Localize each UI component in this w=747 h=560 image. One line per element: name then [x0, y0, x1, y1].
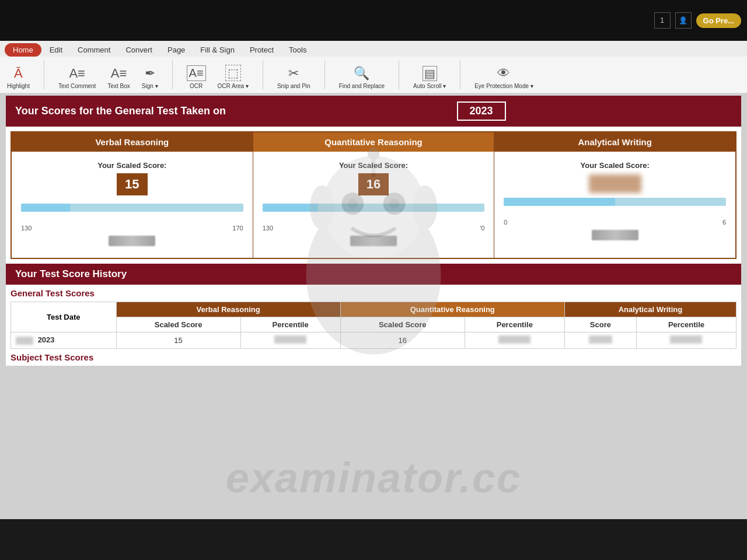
- toolbar-icons: Ā Highlight A≡ Text Comment A≡ Text Box …: [0, 57, 747, 93]
- verbal-body: Your Scaled Score: 15 130 170: [12, 152, 253, 251]
- verbal-bar-labels: 130 170: [21, 225, 243, 232]
- divider-1: [44, 60, 44, 89]
- writing-group-header: Analytical Writing: [564, 302, 736, 317]
- text-box-tool[interactable]: A≡ Text Box: [107, 66, 130, 89]
- tab-convert[interactable]: Convert: [118, 43, 159, 57]
- quant-scaled-label: Your Scaled Score:: [263, 161, 485, 170]
- tab-edit[interactable]: Edit: [43, 43, 69, 57]
- tab-protect[interactable]: Protect: [243, 43, 281, 57]
- verbal-scaled-cell: 15: [116, 332, 240, 348]
- auto-scroll-label: Auto Scroll ▾: [413, 83, 446, 89]
- text-comment-tool[interactable]: A≡ Text Comment: [58, 66, 96, 89]
- quant-bar-bg: [263, 204, 485, 212]
- watermark-text: examinator.cc: [0, 454, 747, 502]
- sign-tool[interactable]: ✒ Sign ▾: [142, 66, 158, 89]
- scores-grid: Verbal Reasoning Your Scaled Score: 15 1…: [11, 131, 736, 259]
- quant-scaled-cell: 16: [340, 332, 465, 348]
- sign-icon: ✒: [145, 66, 155, 81]
- writing-score-cell: [564, 332, 636, 348]
- snip-pin-icon: ✂: [288, 66, 299, 81]
- tab-comment[interactable]: Comment: [71, 43, 117, 57]
- highlight-tool[interactable]: Ā Highlight: [7, 66, 30, 89]
- top-bar-icons: 1 👤 Go Pre...: [654, 12, 741, 29]
- writing-header: Analytical Writing: [494, 132, 735, 152]
- writing-bar-bg: [504, 198, 726, 206]
- go-premium-button[interactable]: Go Pre...: [696, 13, 741, 28]
- test-date-cell: 2023: [11, 332, 117, 348]
- quant-score-value: 16: [358, 173, 389, 195]
- verbal-pct-subheader: Percentile: [240, 317, 340, 332]
- verbal-group-header: Verbal Reasoning: [116, 302, 340, 317]
- text-comment-label: Text Comment: [58, 83, 96, 89]
- quant-blurred-detail: [263, 235, 485, 246]
- highlight-label: Highlight: [7, 83, 30, 89]
- verbal-detail-blur: [109, 236, 155, 246]
- verbal-bar-fill: [21, 204, 70, 212]
- writing-detail-blur: [592, 230, 638, 240]
- divider-2: [172, 60, 173, 89]
- analytical-writing-section: Analytical Writing Your Scaled Score: 0 …: [494, 132, 735, 258]
- verbal-score-value: 15: [117, 173, 147, 195]
- writing-bar-fill: [504, 198, 615, 206]
- writing-body: Your Scaled Score: 0 6: [494, 152, 735, 245]
- find-replace-label: Find and Replace: [339, 83, 385, 89]
- quant-bar-area: [263, 204, 485, 220]
- ocr-area-tool[interactable]: ⬚ OCR Area ▾: [218, 65, 249, 89]
- score-header-text: Your Scores for the General Test Taken o…: [15, 105, 226, 117]
- history-table: Test Date Verbal Reasoning Quantitative …: [11, 302, 736, 349]
- quant-bar-fill: [263, 204, 318, 212]
- ocr-icon: A≡: [187, 65, 206, 81]
- tab-tools[interactable]: Tools: [282, 43, 313, 57]
- history-section-header: Your Test Score History: [6, 264, 741, 285]
- verbal-bar-bg: [21, 204, 243, 212]
- quant-reasoning-section: Quantitative Reasoning Your Scaled Score…: [253, 132, 495, 258]
- quant-detail-blur: [350, 236, 397, 246]
- snip-pin-label: Snip and Pin: [277, 83, 310, 89]
- eye-protection-label: Eye Protection Mode ▾: [474, 83, 533, 89]
- auto-scroll-icon: ▤: [423, 66, 437, 81]
- divider-3: [263, 60, 263, 89]
- verbal-pct-cell: [240, 332, 340, 348]
- quant-pct-cell: [465, 332, 564, 348]
- quant-body: Your Scaled Score: 16 130 '0: [253, 152, 494, 251]
- writing-pct-cell: [636, 332, 736, 348]
- writing-score-blurred: [589, 174, 641, 193]
- ocr-tool[interactable]: A≡ OCR: [187, 65, 206, 89]
- table-row: 2023 15 16: [11, 332, 736, 348]
- find-replace-tool[interactable]: 🔍 Find and Replace: [339, 66, 385, 89]
- verbal-reasoning-section: Verbal Reasoning Your Scaled Score: 15 1…: [12, 132, 253, 258]
- snip-pin-tool[interactable]: ✂ Snip and Pin: [277, 66, 310, 89]
- eye-protection-tool[interactable]: 👁 Eye Protection Mode ▾: [474, 66, 533, 89]
- quant-bar-labels: 130 '0: [263, 225, 485, 232]
- highlight-icon: Ā: [14, 66, 23, 81]
- divider-4: [324, 60, 325, 89]
- eye-protection-icon: 👁: [497, 66, 510, 81]
- auto-scroll-tool[interactable]: ▤ Auto Scroll ▾: [413, 66, 446, 89]
- divider-6: [460, 60, 460, 89]
- toolbar: Home Edit Comment Convert Page Fill & Si…: [0, 41, 747, 93]
- user-icon[interactable]: 👤: [675, 12, 692, 29]
- year-badge: 2023: [457, 102, 506, 121]
- writing-bar-area: [504, 198, 726, 214]
- writing-bar-labels: 0 6: [504, 219, 726, 226]
- tab-fill-sign[interactable]: Fill & Sign: [193, 43, 242, 57]
- ocr-area-label: OCR Area ▾: [218, 83, 249, 89]
- quant-group-header: Quantitative Reasoning: [340, 302, 564, 317]
- verbal-scaled-label: Your Scaled Score:: [21, 161, 243, 170]
- main-content: Your Scores for the General Test Taken o…: [0, 93, 747, 519]
- tab-home[interactable]: Home: [5, 43, 41, 57]
- toolbar-tabs: Home Edit Comment Convert Page Fill & Si…: [0, 41, 747, 57]
- ocr-label: OCR: [190, 83, 203, 89]
- ocr-area-icon: ⬚: [225, 65, 241, 81]
- text-box-label: Text Box: [107, 83, 130, 89]
- page-icon[interactable]: 1: [654, 12, 671, 29]
- subject-test-label: Subject Test Scores: [6, 349, 741, 366]
- verbal-header: Verbal Reasoning: [12, 132, 253, 152]
- verbal-bar-area: [21, 204, 243, 220]
- tab-page[interactable]: Page: [160, 43, 192, 57]
- find-replace-icon: 🔍: [354, 66, 369, 81]
- quant-header: Quantitative Reasoning: [253, 132, 494, 152]
- top-bar: 1 👤 Go Pre...: [0, 0, 747, 41]
- test-date-header: Test Date: [11, 302, 117, 332]
- quant-pct-subheader: Percentile: [465, 317, 564, 332]
